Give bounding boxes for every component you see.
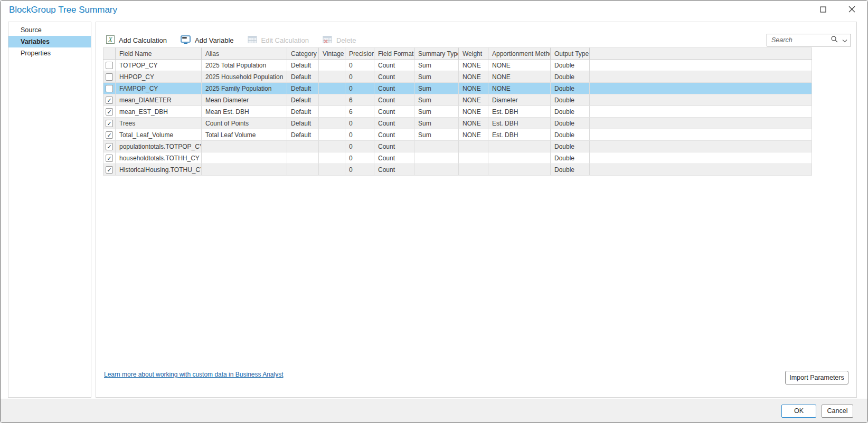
cell-summary-type: Sum [414, 94, 459, 106]
maximize-icon [820, 5, 826, 15]
cell-field-format: Count [374, 164, 414, 176]
chevron-down-icon[interactable] [842, 35, 847, 45]
table-row[interactable]: TOTPOP_CY2025 Total PopulationDefault0Co… [103, 60, 812, 71]
header-field-format[interactable]: Field Format [374, 48, 414, 60]
row-filler [590, 106, 812, 118]
cell-field-name: householdtotals.TOTHH_CY [116, 152, 202, 164]
cell-apportionment-method [488, 152, 551, 164]
checkbox-unchecked-icon[interactable] [106, 62, 113, 69]
cell-apportionment-method: Diameter [488, 94, 551, 106]
row-checkbox-cell: ✓ [103, 94, 116, 106]
cell-precision: 0 [345, 83, 374, 94]
cell-summary-type [414, 141, 459, 152]
row-filler [590, 129, 812, 141]
cell-precision: 0 [345, 118, 374, 129]
row-filler [590, 152, 812, 164]
checkbox-checked-icon[interactable]: ✓ [106, 166, 113, 174]
cancel-button[interactable]: Cancel [822, 405, 853, 418]
checkbox-checked-icon[interactable]: ✓ [106, 108, 113, 116]
checkbox-checked-icon[interactable]: ✓ [106, 143, 113, 150]
edit-calculation-button[interactable]: Edit Calculation [246, 34, 311, 46]
cell-output-type: Double [551, 83, 590, 94]
header-summary-type[interactable]: Summary Type [414, 48, 459, 60]
cell-vintage [319, 129, 345, 141]
table-row[interactable]: FAMPOP_CY2025 Family PopulationDefault0C… [103, 83, 812, 94]
cell-summary-type: Sum [414, 83, 459, 94]
header-vintage[interactable]: Vintage [319, 48, 345, 60]
cell-summary-type: Sum [414, 60, 459, 71]
cell-vintage [319, 152, 345, 164]
table-row[interactable]: ✓HistoricalHousing.TOTHU_CY0CountDouble [103, 164, 812, 176]
checkbox-unchecked-icon[interactable] [106, 85, 113, 92]
magnifier-icon[interactable] [831, 35, 838, 45]
row-filler [590, 71, 812, 83]
checkbox-checked-icon[interactable]: ✓ [106, 155, 113, 162]
sidebar-item-properties[interactable]: Properties [8, 47, 91, 59]
checkbox-unchecked-icon[interactable] [106, 73, 113, 81]
cell-field-format: Count [374, 129, 414, 141]
header-alias[interactable]: Alias [202, 48, 287, 60]
close-button[interactable] [846, 5, 857, 15]
cell-weight: NONE [459, 94, 488, 106]
search-input[interactable] [771, 36, 831, 44]
add-calculation-button[interactable]: X Add Calculation [103, 34, 169, 47]
checkbox-checked-icon[interactable]: ✓ [106, 131, 113, 139]
table-row[interactable]: HHPOP_CY2025 Household PopulationDefault… [103, 71, 812, 83]
cell-output-type: Double [551, 94, 590, 106]
excel-x-icon: X [106, 35, 115, 46]
cell-alias: 2025 Family Population [202, 83, 287, 94]
table-row[interactable]: ✓Total_Leaf_VolumeTotal Leaf VolumeDefau… [103, 129, 812, 141]
dialog-title: BlockGroup Tree Summary [1, 5, 818, 15]
cell-output-type: Double [551, 71, 590, 83]
monitor-table-icon [181, 35, 191, 46]
row-filler [590, 94, 812, 106]
cell-field-name: mean_DIAMETER [116, 94, 202, 106]
ok-button[interactable]: OK [781, 405, 816, 418]
cell-vintage [319, 83, 345, 94]
cell-summary-type: Sum [414, 106, 459, 118]
titlebar: BlockGroup Tree Summary [1, 1, 867, 20]
add-variable-button[interactable]: Add Variable [178, 34, 235, 47]
cell-weight: NONE [459, 60, 488, 71]
cell-field-format: Count [374, 118, 414, 129]
maximize-button[interactable] [818, 5, 828, 15]
cell-field-name: TOTPOP_CY [116, 60, 202, 71]
delete-button[interactable]: Delete [320, 34, 358, 46]
checkbox-checked-icon[interactable]: ✓ [106, 120, 113, 127]
cell-summary-type [414, 164, 459, 176]
cell-alias: Mean Est. DBH [202, 106, 287, 118]
cell-weight: NONE [459, 129, 488, 141]
header-category[interactable]: Category [287, 48, 319, 60]
header-precision[interactable]: Precision [345, 48, 374, 60]
content-panel: X Add Calculation Add Variable [96, 22, 857, 398]
header-apportionment-method[interactable]: Apportionment Method [488, 48, 551, 60]
cell-apportionment-method [488, 141, 551, 152]
table-row[interactable]: ✓mean_DIAMETERMean DiameterDefault6Count… [103, 94, 812, 106]
row-filler [590, 60, 812, 71]
sidebar-item-variables[interactable]: Variables [8, 36, 91, 47]
header-field-name[interactable]: Field Name [116, 48, 202, 60]
row-checkbox-cell [103, 71, 116, 83]
row-filler [590, 118, 812, 129]
add-calculation-label: Add Calculation [119, 36, 167, 44]
cell-field-format: Count [374, 106, 414, 118]
cell-apportionment-method: Est. DBH [488, 129, 551, 141]
checkbox-checked-icon[interactable]: ✓ [106, 97, 113, 104]
row-checkbox-cell: ✓ [103, 152, 116, 164]
table-row[interactable]: ✓mean_EST_DBHMean Est. DBHDefault6CountS… [103, 106, 812, 118]
cell-field-format: Count [374, 71, 414, 83]
cell-output-type: Double [551, 118, 590, 129]
learn-more-link[interactable]: Learn more about working with custom dat… [104, 371, 284, 378]
cell-precision: 0 [345, 71, 374, 83]
svg-text:X: X [108, 36, 112, 43]
row-checkbox-cell: ✓ [103, 106, 116, 118]
cell-precision: 0 [345, 141, 374, 152]
table-row[interactable]: ✓householdtotals.TOTHH_CY0CountDouble [103, 152, 812, 164]
header-weight[interactable]: Weight [459, 48, 488, 60]
table-row[interactable]: ✓populationtotals.TOTPOP_CY0CountDouble [103, 141, 812, 152]
table-row[interactable]: ✓TreesCount of PointsDefault0CountSumNON… [103, 118, 812, 129]
sidebar-item-source[interactable]: Source [8, 24, 91, 36]
import-parameters-button[interactable]: Import Parameters [785, 371, 848, 384]
cell-apportionment-method: NONE [488, 71, 551, 83]
header-output-type[interactable]: Output Type [551, 48, 590, 60]
